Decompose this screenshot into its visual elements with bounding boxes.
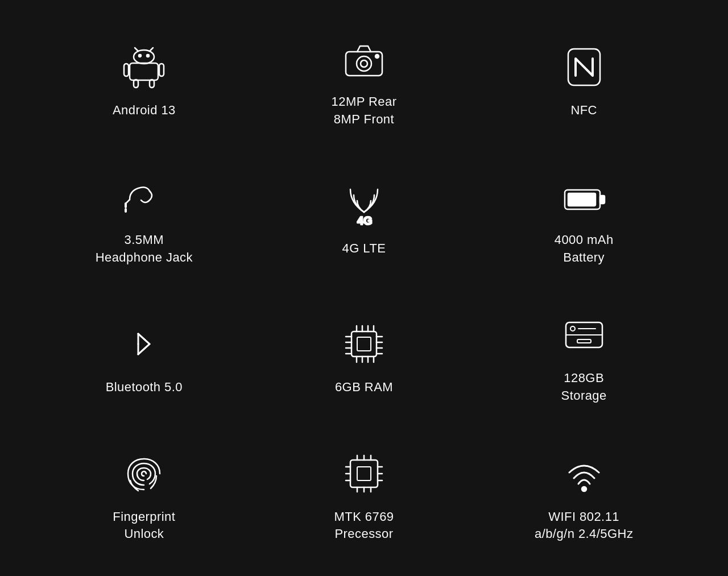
- nfc-label: NFC: [570, 102, 597, 119]
- svg-rect-48: [357, 467, 371, 480]
- svg-point-1: [134, 50, 154, 64]
- svg-rect-7: [159, 64, 164, 76]
- feature-camera: 12MP Rear8MP Front: [254, 11, 474, 150]
- svg-line-5: [150, 48, 153, 51]
- feature-nfc: NFC: [474, 11, 694, 150]
- wifi-icon: [559, 448, 610, 499]
- feature-processor: MTK 6769Precessor: [254, 426, 474, 565]
- svg-rect-25: [357, 337, 371, 351]
- svg-point-12: [361, 60, 367, 67]
- nfc-icon: [559, 42, 610, 93]
- camera-label: 12MP Rear8MP Front: [332, 93, 397, 129]
- camera-icon: [338, 33, 390, 84]
- ram-icon: [338, 318, 390, 370]
- bluetooth-label: Bluetooth 5.0: [106, 379, 183, 396]
- android-icon: [118, 42, 169, 93]
- battery-icon: [559, 171, 610, 222]
- 4g-label: 4G LTE: [342, 240, 386, 258]
- svg-rect-47: [350, 460, 378, 487]
- svg-line-4: [135, 48, 138, 51]
- features-grid: Android 13 12MP Rear8MP Front NFC: [0, 0, 728, 576]
- svg-point-13: [375, 55, 379, 58]
- headphone-icon: [118, 171, 169, 222]
- fingerprint-label: FingerprintUnlock: [113, 508, 175, 544]
- fingerprint-icon: [118, 448, 169, 499]
- feature-battery: 4000 mAhBattery: [474, 150, 694, 288]
- android-label: Android 13: [113, 102, 176, 119]
- feature-wifi: WIFI 802.11a/b/g/n 2.4/5GHz: [474, 426, 694, 565]
- svg-point-3: [147, 55, 149, 57]
- bluetooth-icon: [118, 318, 169, 370]
- svg-rect-24: [351, 331, 377, 357]
- feature-storage: 128GBStorage: [474, 288, 694, 426]
- feature-headphone: 3.5MMHeadphone Jack: [34, 150, 254, 288]
- svg-rect-6: [124, 64, 129, 76]
- feature-ram: 6GB RAM: [254, 288, 474, 426]
- processor-label: MTK 6769Precessor: [334, 508, 394, 544]
- feature-fingerprint: FingerprintUnlock: [34, 426, 254, 565]
- feature-android: Android 13: [34, 11, 254, 150]
- storage-label: 128GBStorage: [561, 370, 607, 405]
- 4g-icon: 4G: [338, 180, 390, 231]
- svg-text:4G: 4G: [357, 214, 373, 227]
- svg-point-44: [570, 326, 575, 331]
- svg-point-2: [139, 55, 141, 57]
- feature-bluetooth: Bluetooth 5.0: [34, 288, 254, 426]
- svg-rect-20: [600, 196, 605, 204]
- feature-4g: 4G 4G LTE: [254, 150, 474, 288]
- processor-icon: [338, 448, 390, 499]
- svg-rect-46: [577, 339, 591, 343]
- battery-label: 4000 mAhBattery: [555, 231, 614, 267]
- svg-rect-21: [568, 193, 595, 206]
- storage-icon: [559, 309, 610, 360]
- headphone-label: 3.5MMHeadphone Jack: [96, 231, 193, 267]
- ram-label: 6GB RAM: [335, 379, 393, 396]
- wifi-label: WIFI 802.11a/b/g/n 2.4/5GHz: [535, 508, 633, 544]
- svg-rect-0: [130, 63, 158, 80]
- svg-point-61: [582, 487, 586, 491]
- svg-point-11: [357, 56, 371, 71]
